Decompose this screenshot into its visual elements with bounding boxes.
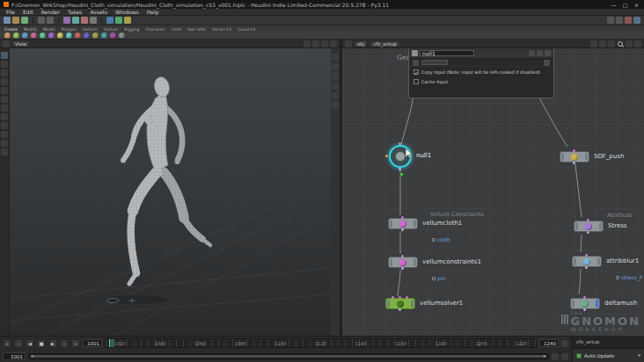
node-input-dot[interactable] — [392, 296, 394, 299]
materials-icon[interactable] — [90, 17, 97, 24]
playback-options-icon[interactable] — [561, 340, 568, 347]
node-vellumcloth1[interactable]: vellumcloth1 cloth — [388, 218, 494, 244]
shelf-tool-icon[interactable] — [31, 33, 37, 39]
start-frame-field[interactable]: 1001 — [83, 339, 102, 347]
help-toolbar-icon[interactable] — [633, 17, 640, 24]
shelf-tool-icon[interactable] — [48, 33, 55, 39]
up-level-icon[interactable] — [608, 40, 615, 47]
select-tool-icon[interactable] — [1, 52, 8, 59]
node-output-dot[interactable] — [573, 162, 575, 164]
snap-tool-icon[interactable] — [1, 122, 8, 129]
node-input-dot[interactable] — [583, 296, 586, 299]
geometry-mode-icon[interactable] — [72, 17, 79, 24]
node-output-dot[interactable] — [587, 231, 589, 234]
forward-icon[interactable] — [599, 40, 606, 47]
play-reverse-button[interactable]: ◀ — [26, 339, 34, 348]
shelf-tab-modify[interactable]: Modify — [24, 27, 37, 32]
shelf-tab-hairutils[interactable]: Hair Utils — [187, 27, 206, 32]
range-slider[interactable] — [28, 353, 549, 359]
home-view-icon[interactable] — [332, 54, 339, 61]
pose-tool-icon[interactable] — [1, 105, 8, 112]
end-frame-field[interactable]: 1240 — [539, 339, 559, 347]
viewport-canvas[interactable] — [0, 48, 340, 336]
menu-item-windows[interactable]: Windows — [115, 9, 139, 15]
open-file-icon[interactable] — [12, 17, 19, 24]
grid-toggle-icon[interactable] — [332, 102, 339, 109]
brush-tool-icon[interactable] — [1, 69, 8, 76]
loop-mode-icon[interactable] — [561, 353, 568, 360]
shelf-tab-polygon[interactable]: Polygon — [61, 27, 77, 32]
minimize-button[interactable]: — — [610, 2, 618, 8]
gear-icon[interactable] — [537, 50, 543, 56]
shelf-tool-icon[interactable] — [92, 33, 99, 39]
node-output-dot[interactable] — [401, 267, 404, 270]
node-input-dot[interactable] — [587, 219, 589, 221]
network-maximize-icon[interactable] — [634, 40, 641, 47]
lasso-tool-icon[interactable] — [1, 61, 8, 68]
node-input-dot[interactable] — [585, 254, 588, 257]
node-body[interactable] — [574, 221, 604, 232]
node-name-field[interactable]: null1 — [420, 50, 474, 56]
breadcrumb-obj[interactable]: obj — [354, 40, 368, 47]
shading-mode-icon[interactable] — [332, 83, 339, 90]
shelf-tool-icon[interactable] — [119, 33, 125, 39]
node-input-dot[interactable] — [406, 296, 408, 299]
menu-item-render[interactable]: Render — [41, 9, 60, 15]
shelf-tab-create[interactable]: Create — [4, 27, 18, 32]
display-flag-dot[interactable] — [399, 172, 404, 177]
node-body[interactable] — [388, 218, 418, 229]
desktop-icon[interactable] — [607, 17, 614, 24]
scale-tool-icon[interactable] — [1, 96, 8, 103]
shelf-tool-icon[interactable] — [110, 33, 116, 39]
viewport-view-tab[interactable]: View — [11, 40, 30, 47]
shelf-tab-deform[interactable]: Deform — [83, 27, 98, 32]
search-icon[interactable] — [617, 40, 624, 47]
maximize-button[interactable]: □ — [621, 2, 629, 8]
menu-item-edit[interactable]: Edit — [23, 9, 33, 15]
shelf-tool-icon[interactable] — [13, 33, 19, 39]
grid-icon[interactable] — [115, 17, 122, 24]
node-body[interactable] — [385, 298, 415, 309]
undo-icon[interactable] — [38, 17, 45, 24]
pin-panel-icon[interactable] — [529, 50, 535, 56]
display-options-icon[interactable] — [312, 40, 319, 47]
stop-button[interactable]: ■ — [37, 339, 46, 348]
range-slider-bar[interactable] — [31, 355, 546, 358]
redo-icon[interactable] — [47, 17, 54, 24]
pane-maximize-icon[interactable] — [330, 40, 337, 47]
shelf-tool-icon[interactable] — [75, 33, 81, 39]
node-body[interactable] — [570, 298, 600, 309]
info-tool-icon[interactable] — [1, 148, 8, 156]
shelf-tool-icon[interactable] — [57, 33, 63, 39]
save-icon[interactable] — [21, 17, 28, 24]
render-region-icon[interactable] — [1, 140, 8, 147]
cache-input-checkbox[interactable] — [413, 79, 419, 84]
shelf-tab-model[interactable]: Model — [43, 27, 55, 32]
pane-path-indicator[interactable]: cfx_setup — [573, 336, 644, 349]
shelf-tab-rigging[interactable]: Rigging — [124, 27, 139, 32]
move-tool-icon[interactable] — [1, 78, 8, 85]
close-button[interactable]: × — [633, 2, 640, 8]
node-stress[interactable]: Stress — [574, 221, 644, 247]
network-settings-icon[interactable] — [626, 40, 633, 47]
node-output-dot[interactable] — [585, 266, 588, 269]
objects-mode-icon[interactable] — [63, 17, 70, 24]
wireframe-icon[interactable] — [332, 92, 339, 99]
node-input-dot[interactable] — [399, 296, 401, 299]
node-input-dot[interactable] — [401, 216, 404, 219]
node-output-dot[interactable] — [399, 308, 401, 311]
realtime-toggle-icon[interactable] — [552, 353, 559, 360]
current-frame-field[interactable]: 1001 — [3, 352, 26, 360]
shelf-tool-icon[interactable] — [66, 33, 72, 39]
shelf-tab-cloudfx[interactable]: Cloud FX — [238, 27, 255, 32]
next-key-button[interactable]: › — [60, 339, 69, 348]
prev-key-button[interactable]: ‹ — [14, 339, 23, 348]
node-vellumconstraints1[interactable]: vellumconstraints1 pin — [388, 257, 494, 283]
back-icon[interactable] — [590, 40, 597, 47]
shelf-tab-character[interactable]: Character — [145, 27, 165, 32]
handles-tool-icon[interactable] — [1, 113, 8, 120]
camera-icon[interactable] — [332, 73, 339, 80]
snap-icon[interactable] — [106, 17, 113, 24]
node-body[interactable] — [388, 257, 418, 268]
node-body[interactable] — [560, 151, 589, 163]
